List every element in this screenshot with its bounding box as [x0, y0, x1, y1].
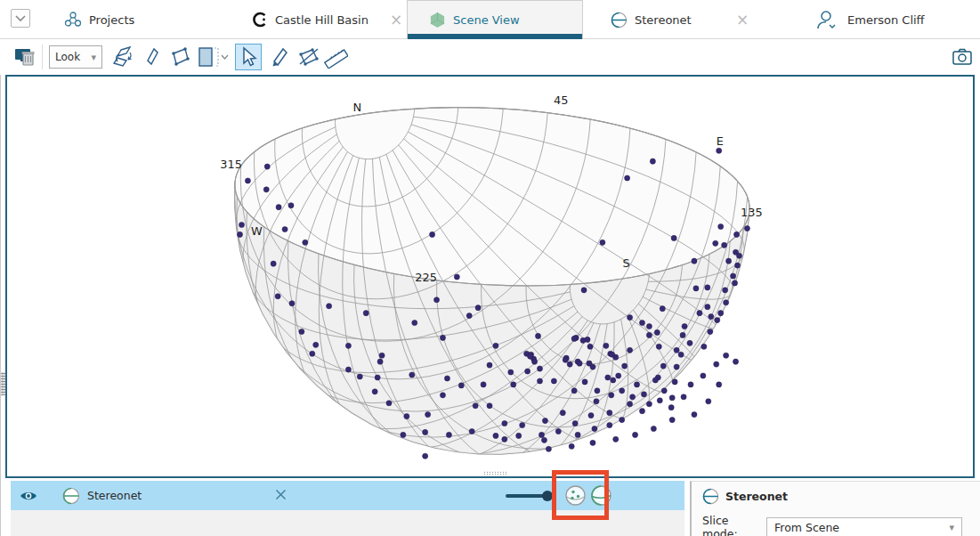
stereonet-pole-point — [701, 373, 706, 378]
stereonet-pole-point — [575, 432, 580, 437]
compass-label-W: W — [251, 224, 263, 238]
stereonet-pole-point — [600, 240, 605, 245]
stereonet-pole-point — [630, 394, 636, 400]
opacity-slider-knob[interactable] — [542, 491, 553, 501]
stereonet-pole-point — [386, 401, 392, 406]
stereonet-pole-point — [657, 398, 662, 403]
stereonet-pole-point — [652, 378, 658, 383]
remove-plane-button[interactable] — [296, 44, 322, 70]
tab-projects[interactable]: Projects — [64, 0, 134, 39]
vertical-splitter-handle[interactable] — [1, 372, 5, 395]
planes-display-icon[interactable] — [590, 484, 612, 507]
slice-mode-label: Slice mode: — [702, 514, 766, 536]
stereonet-pole-point — [357, 374, 362, 379]
stereonet-pole-point — [582, 379, 587, 385]
compass-label-N: N — [353, 101, 362, 114]
look-dropdown[interactable]: Look ▾ — [49, 45, 102, 69]
clear-scene-button[interactable] — [12, 44, 39, 70]
stereonet-pole-point — [708, 329, 713, 334]
stereonet-pole-point — [671, 235, 676, 240]
stereonet-pole-point — [525, 369, 530, 374]
stereonet-pole-point — [288, 203, 294, 208]
stereonet-pole-point — [588, 413, 594, 418]
stereonet-pole-point — [687, 340, 692, 345]
stereonet-pole-point — [520, 422, 525, 427]
visibility-toggle[interactable] — [20, 490, 37, 502]
stereonet-pole-point — [718, 223, 724, 229]
stereonet-pole-point — [594, 399, 599, 404]
select-tool-button[interactable] — [235, 44, 262, 70]
stereonet-pole-point — [425, 412, 431, 418]
tab-castle-hill-basin[interactable]: Castle Hill Basin — [252, 0, 369, 39]
stereonet-pole-point — [444, 376, 450, 381]
remove-from-scene-icon[interactable] — [275, 487, 287, 504]
stereonet-pole-point — [660, 306, 665, 312]
stereonet-pole-point — [661, 388, 667, 394]
stereonet-pole-point — [656, 344, 661, 349]
stereonet-pole-point — [697, 311, 702, 316]
stereonet-pole-point — [587, 344, 593, 349]
stereonet-pole-point — [723, 288, 728, 293]
clear-scene-icon — [14, 46, 37, 68]
slice-mode-select[interactable]: From Scene ▾ — [766, 517, 962, 536]
user-menu[interactable]: Emerson Cliff — [815, 0, 925, 39]
stereonet-pole-point — [531, 359, 537, 364]
stereonet-pole-point — [555, 428, 561, 434]
shape-list-row-stereonet[interactable]: Stereonet — [11, 481, 684, 510]
stereonet-pole-point — [537, 366, 542, 371]
stereonet-pole-point — [440, 335, 445, 340]
poles-display-icon[interactable] — [564, 484, 587, 507]
tab-scene-view[interactable]: Scene View — [407, 0, 583, 39]
move-plane-button[interactable] — [167, 44, 194, 70]
stereonet-pole-point — [569, 443, 574, 449]
opacity-slider[interactable] — [506, 494, 548, 498]
screenshot-button[interactable] — [949, 44, 976, 70]
stereonet-pole-point — [577, 361, 582, 366]
compass-label-225: 225 — [415, 271, 437, 284]
stereonet-pole-point — [622, 363, 628, 369]
stereonet-pole-point — [409, 372, 415, 378]
stereonet-pole-point — [590, 364, 595, 370]
stereonet-pole-point — [590, 440, 595, 445]
stereonet-pole-point — [458, 383, 464, 388]
stereonet-pole-point — [469, 428, 474, 434]
stereonet-pole-point — [680, 332, 685, 337]
stereonet-pole-point — [481, 382, 486, 387]
slicer-plane-icon — [141, 45, 164, 69]
stereonet-pole-point — [706, 399, 711, 404]
user-name: Emerson Cliff — [847, 13, 925, 27]
stereonet-pole-point — [423, 453, 428, 459]
scene-viewport[interactable]: N45E135S225W315 — [5, 75, 975, 478]
stereonet-pole-point — [709, 314, 714, 320]
ruler-button[interactable] — [322, 44, 349, 70]
compass-label-S: S — [623, 256, 630, 270]
stereonet-pole-point — [724, 353, 729, 358]
stereonet-pole-point — [537, 378, 542, 384]
tab-stereonet[interactable]: Stereonet — [611, 0, 692, 39]
stereonet-pole-point — [572, 420, 578, 426]
application-window: Projects Castle Hill Basin × Scene View — [0, 0, 980, 536]
close-tab-stereonet-icon[interactable]: × — [736, 11, 749, 28]
tab-bar: Projects Castle Hill Basin × Scene View — [0, 0, 980, 39]
select-arrow-icon — [239, 46, 258, 68]
slicer-button[interactable] — [139, 44, 166, 70]
stereonet-pole-point — [541, 437, 547, 443]
stereonet-pole-point — [692, 412, 697, 418]
stereonet-pole-point — [271, 261, 276, 266]
rotate-plane-button[interactable] — [110, 44, 137, 70]
collapse-panel-button[interactable] — [11, 9, 30, 28]
stereonet-pole-point — [581, 288, 587, 293]
project-logo-icon — [252, 12, 268, 28]
stereonet-pole-point — [567, 361, 572, 367]
draw-slice-icon — [269, 45, 292, 69]
stereonet-pole-point — [726, 258, 732, 264]
stereonet-panel-icon — [702, 488, 719, 505]
stereonet-pole-point — [736, 253, 741, 258]
stereonet-pole-point — [454, 274, 459, 280]
close-tab-castle-icon[interactable]: × — [390, 11, 402, 28]
stereonet-pole-point — [372, 389, 377, 394]
draw-slice-button[interactable] — [267, 44, 294, 70]
stereonet-pole-point — [713, 240, 718, 246]
horizontal-splitter-handle[interactable] — [483, 471, 506, 476]
slice-mode-button[interactable] — [196, 44, 231, 70]
